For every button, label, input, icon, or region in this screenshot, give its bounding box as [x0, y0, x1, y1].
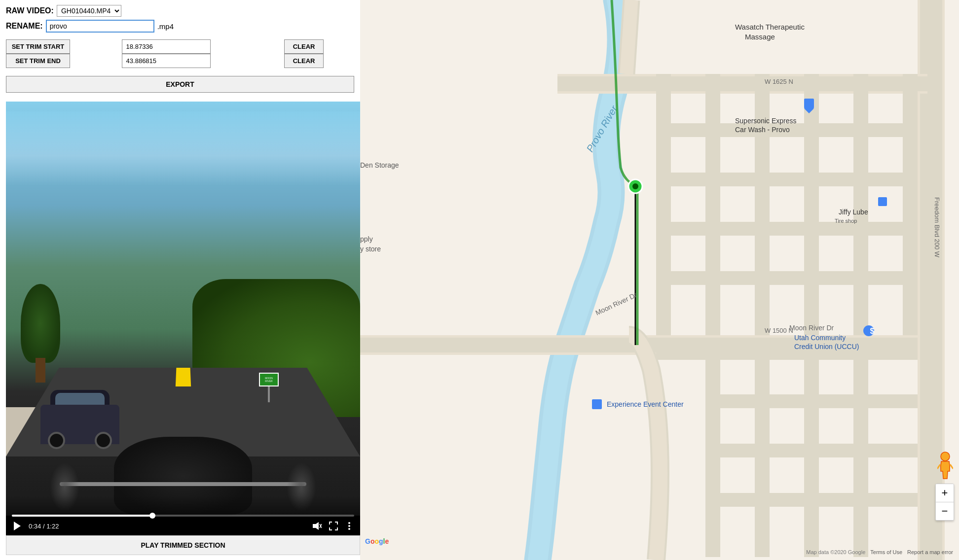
more-options-button[interactable]: [344, 521, 354, 531]
play-icon: [12, 521, 23, 531]
terms-link[interactable]: Terms of Use: [870, 549, 902, 555]
freedom-blvd-label: Freedom Blvd 200 W: [933, 197, 941, 258]
svg-line-42: [950, 464, 953, 469]
map-footer: Map data ©2020 Google Terms of Use Repor…: [360, 549, 959, 555]
sky-clouds: [6, 111, 360, 185]
rename-ext: .mp4: [157, 22, 174, 31]
uccu-label2: Credit Union (UCCU): [794, 343, 859, 350]
video-controls: 0:34 / 1:22: [6, 496, 360, 535]
play-trimmed-button[interactable]: PLAY TRIMMED SECTION: [6, 535, 360, 555]
road-center-line: [175, 361, 190, 386]
map-zoom-controls: + −: [935, 484, 954, 521]
svg-rect-24: [705, 74, 720, 335]
tree-canopy: [21, 284, 60, 363]
clear-trim-end-button[interactable]: CLEAR: [284, 54, 324, 68]
jiffylube-sublabel: Tire shop: [835, 218, 857, 224]
google-logo: Google: [365, 537, 389, 545]
zoom-in-button[interactable]: +: [936, 484, 954, 502]
svg-point-5: [348, 522, 350, 524]
moon-river-dr-label2: Moon River Dr: [789, 324, 834, 332]
svg-rect-12: [557, 76, 927, 91]
svg-line-41: [937, 464, 940, 469]
raw-video-label: RAW VIDEO:: [6, 6, 54, 15]
sign-board: MOONRIVER: [259, 373, 279, 386]
progress-fill: [12, 515, 152, 517]
svg-rect-37: [878, 197, 887, 206]
rename-row: RENAME: .mp4: [6, 20, 354, 33]
rename-label: RENAME:: [6, 22, 43, 31]
svg-rect-25: [755, 74, 770, 335]
uccu-icon: $: [870, 327, 875, 335]
svg-rect-16: [705, 360, 720, 557]
svg-rect-39: [592, 399, 602, 409]
fullscreen-icon: [329, 521, 338, 531]
svg-rect-23: [656, 74, 671, 335]
rename-input[interactable]: [46, 20, 154, 33]
tree-trunk: [36, 358, 45, 383]
trim-end-input[interactable]: [122, 54, 211, 68]
map-svg: Provo River: [360, 0, 959, 560]
raw-video-row: RAW VIDEO: GH010440.MP4: [6, 5, 354, 17]
speaker-icon: [312, 521, 323, 531]
svg-rect-30: [656, 173, 918, 186]
supersonic-label2: Car Wash - Provo: [735, 126, 790, 134]
svg-point-40: [941, 452, 950, 461]
uccu-label: Utah Community: [794, 334, 846, 342]
set-trim-start-button[interactable]: SET TRIM START: [6, 39, 70, 54]
svg-rect-32: [656, 271, 918, 285]
den-storage-label: Den Storage: [360, 161, 399, 169]
pegman-svg: [937, 452, 953, 481]
progress-bar[interactable]: [12, 515, 354, 517]
svg-rect-17: [755, 360, 770, 557]
video-frame: MOONRIVER: [6, 102, 360, 516]
svg-rect-21: [705, 444, 918, 457]
left-panel: RAW VIDEO: GH010440.MP4 RENAME: .mp4 SET…: [0, 0, 360, 560]
app-container: RAW VIDEO: GH010440.MP4 RENAME: .mp4 SET…: [0, 0, 959, 560]
play-pause-button[interactable]: [12, 521, 23, 531]
svg-rect-20: [705, 394, 918, 408]
wasatch-label: Wasatch Therapeutic: [735, 23, 805, 31]
set-trim-end-button[interactable]: SET TRIM END: [6, 54, 70, 68]
svg-point-7: [348, 528, 350, 530]
svg-point-34: [632, 183, 638, 189]
trim-table: SET TRIM START CLEAR SET TRIM END CLEAR: [6, 39, 354, 68]
trim-start-row: SET TRIM START CLEAR: [6, 39, 354, 54]
store-label: y store: [360, 245, 381, 253]
tree-left: [16, 284, 65, 383]
supply-label: pply: [360, 235, 373, 243]
controls-row: 0:34 / 1:22: [12, 521, 354, 531]
svg-marker-0: [14, 522, 21, 530]
w1625-label: W 1625 N: [765, 78, 793, 85]
right-panel: Map Satellite Provo River: [360, 0, 959, 560]
svg-rect-27: [853, 74, 868, 335]
svg-rect-1: [313, 524, 316, 528]
w1500-label: W 1500 N: [765, 327, 793, 334]
time-display: 0:34 / 1:22: [29, 523, 59, 530]
svg-rect-19: [853, 360, 868, 557]
mute-button[interactable]: [312, 521, 323, 531]
play-trimmed-label: PLAY TRIMMED SECTION: [141, 541, 225, 549]
more-icon: [344, 521, 354, 531]
svg-point-6: [348, 525, 350, 527]
raw-video-select[interactable]: GH010440.MP4: [57, 5, 121, 17]
svg-rect-35: [804, 99, 814, 108]
fullscreen-button[interactable]: [329, 521, 338, 531]
progress-thumb: [149, 513, 155, 519]
svg-rect-31: [656, 222, 918, 236]
exp-event-label: Experience Event Center: [607, 400, 684, 408]
clear-trim-start-button[interactable]: CLEAR: [284, 39, 324, 54]
supersonic-label: Supersonic Express: [735, 117, 797, 125]
jiffylube-label: Jiffy Lube: [839, 208, 868, 216]
report-link[interactable]: Report a map error: [907, 549, 953, 555]
trim-end-row: SET TRIM END CLEAR: [6, 54, 354, 68]
pegman-icon[interactable]: [937, 452, 953, 481]
road-sign: MOONRIVER: [259, 373, 279, 402]
trim-start-input[interactable]: [122, 39, 211, 54]
zoom-out-button[interactable]: −: [936, 502, 954, 520]
map-copyright: Map data ©2020 Google: [806, 549, 865, 555]
svg-marker-2: [316, 522, 319, 530]
export-button[interactable]: EXPORT: [6, 76, 354, 93]
svg-rect-22: [705, 493, 918, 507]
svg-rect-18: [804, 360, 819, 557]
motorcycle-handlebar: [60, 482, 306, 486]
